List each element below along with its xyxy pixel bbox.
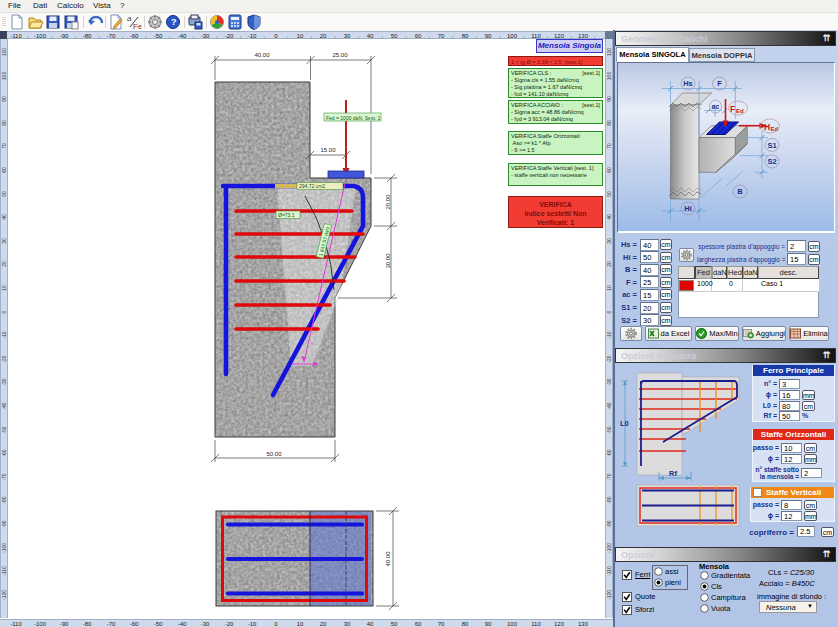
svg-text:-90: -90: [606, 520, 612, 527]
svg-text:70: 70: [1, 143, 7, 149]
svg-text:60: 60: [606, 167, 612, 173]
svg-text:110: 110: [606, 48, 612, 56]
svg-text:L0: L0: [620, 419, 629, 428]
svg-text:294.72 cm2: 294.72 cm2: [299, 183, 325, 189]
svg-text:40.00: 40.00: [385, 551, 391, 567]
svg-text:15.00: 15.00: [320, 147, 336, 153]
svg-text:30.00: 30.00: [385, 253, 391, 269]
svg-text:ac: ac: [712, 103, 720, 110]
svg-text:Hi: Hi: [684, 204, 692, 213]
svg-text:20.00: 20.00: [385, 194, 391, 210]
svg-text:80: 80: [1, 120, 7, 126]
svg-text:50: 50: [606, 191, 612, 197]
svg-text:-80: -80: [1, 496, 7, 503]
svg-text:-110: -110: [1, 566, 7, 576]
svg-text:40: 40: [606, 214, 612, 220]
svg-text:Ø=73.1: Ø=73.1: [278, 212, 295, 218]
svg-text:90: 90: [1, 96, 7, 102]
svg-text:-60: -60: [606, 449, 612, 456]
svg-text:-40: -40: [1, 402, 7, 409]
svg-text:-100: -100: [606, 543, 612, 553]
svg-text:80: 80: [606, 120, 612, 126]
svg-text:100: 100: [1, 72, 7, 81]
svg-text:90: 90: [606, 96, 612, 102]
svg-text:-70: -70: [606, 473, 612, 480]
svg-text:-110: -110: [606, 566, 612, 576]
svg-text:-70: -70: [1, 473, 7, 480]
svg-text:-100: -100: [1, 543, 7, 553]
svg-text:Fed = 1000 daN, Sest. 1: Fed = 1000 daN, Sest. 1: [326, 115, 381, 121]
svg-text:e: e: [138, 23, 142, 30]
svg-text:-10: -10: [1, 331, 7, 338]
svg-text:20: 20: [1, 261, 7, 267]
svg-text:H: H: [764, 122, 770, 132]
svg-text:-10: -10: [606, 331, 612, 338]
svg-text:F: F: [730, 104, 735, 114]
svg-text:40.00: 40.00: [254, 52, 270, 58]
svg-text:-20: -20: [1, 355, 7, 362]
svg-text:50: 50: [1, 191, 7, 197]
svg-text:60: 60: [1, 167, 7, 173]
svg-text:S2: S2: [767, 157, 776, 166]
svg-text:30: 30: [1, 238, 7, 244]
svg-text:Ed: Ed: [771, 126, 779, 132]
svg-text:0: 0: [1, 310, 7, 313]
svg-text:a: a: [127, 14, 132, 23]
svg-text:Ed: Ed: [736, 108, 744, 114]
svg-text:-40: -40: [606, 402, 612, 409]
svg-text:70: 70: [606, 143, 612, 149]
svg-text:-30: -30: [606, 378, 612, 385]
svg-text:100: 100: [606, 72, 612, 81]
svg-text:-80: -80: [606, 496, 612, 503]
svg-text:Hs: Hs: [683, 79, 693, 88]
svg-text:-60: -60: [1, 449, 7, 456]
svg-text:-50: -50: [1, 426, 7, 433]
svg-text:?: ?: [171, 17, 177, 27]
svg-text:-120: -120: [606, 590, 612, 600]
svg-text:40: 40: [1, 214, 7, 220]
svg-text:10: 10: [1, 285, 7, 291]
svg-text:-120: -120: [1, 590, 7, 600]
svg-text:F: F: [717, 79, 722, 88]
svg-text:-90: -90: [1, 520, 7, 527]
svg-text:Rf: Rf: [669, 469, 677, 478]
svg-text:-50: -50: [606, 426, 612, 433]
svg-text:S1: S1: [767, 141, 776, 150]
svg-text:25.00: 25.00: [332, 52, 348, 58]
svg-text:B: B: [737, 187, 743, 196]
svg-text:-20: -20: [606, 355, 612, 362]
svg-text:-30: -30: [1, 378, 7, 385]
svg-text:110: 110: [1, 48, 7, 56]
svg-text:50.00: 50.00: [266, 451, 282, 457]
